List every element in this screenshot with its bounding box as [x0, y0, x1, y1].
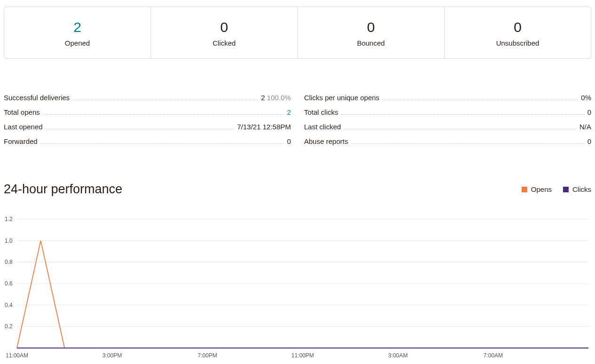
metric-dots	[351, 143, 585, 144]
metric-dots	[46, 129, 235, 129]
metric-row: Forwarded0	[4, 135, 291, 149]
stat-opened[interactable]: 2 Opened	[4, 7, 151, 58]
metrics-grid: Successful deliveries2 100.0%Total opens…	[4, 91, 591, 149]
metric-dots	[43, 114, 284, 115]
metric-dots	[341, 114, 585, 115]
metric-label: Successful deliveries	[4, 94, 70, 102]
legend-clicks-label: Clicks	[572, 185, 591, 193]
metric-row: Clicks per unique opens0%	[304, 91, 592, 105]
metric-row: Successful deliveries2 100.0%	[4, 91, 291, 105]
performance-header: 24-hour performance Opens Clicks	[4, 182, 591, 197]
metric-value: 0%	[581, 94, 591, 102]
clicks-swatch-icon	[563, 187, 569, 192]
svg-text:7:00AM: 7:00AM	[484, 352, 503, 359]
svg-text:3:00AM: 3:00AM	[388, 352, 407, 359]
metric-row: Last opened7/13/21 12:58PM	[4, 120, 291, 135]
metric-row: Last clickedN/A	[304, 120, 592, 135]
stat-clicked-label: Clicked	[156, 39, 293, 47]
svg-text:11:00AM: 11:00AM	[6, 352, 28, 359]
metric-label: Forwarded	[4, 137, 38, 145]
performance-section: 24-hour performance Opens Clicks 0.20.40…	[4, 182, 591, 361]
metric-row: Abuse reports0	[304, 135, 592, 149]
metric-label: Clicks per unique opens	[304, 94, 380, 102]
metric-dots	[72, 100, 258, 100]
svg-text:0.8: 0.8	[5, 259, 13, 265]
metric-value: 2 100.0%	[261, 94, 291, 102]
stat-clicked[interactable]: 0 Clicked	[151, 7, 298, 58]
metric-label: Total clicks	[304, 108, 339, 116]
stat-unsubscribed[interactable]: 0 Unsubscribed	[444, 7, 591, 58]
metric-label: Last clicked	[304, 123, 341, 131]
metrics-right: Clicks per unique opens0%Total clicks0La…	[304, 91, 592, 149]
metric-label: Abuse reports	[304, 137, 348, 145]
stat-bounced-value: 0	[302, 20, 439, 34]
svg-text:1.0: 1.0	[5, 237, 13, 244]
stat-unsubscribed-value: 0	[449, 20, 586, 34]
svg-text:0.4: 0.4	[5, 302, 13, 309]
opens-swatch-icon	[522, 187, 527, 192]
svg-text:3:00PM: 3:00PM	[103, 352, 122, 359]
metric-row: Total opens2	[4, 105, 291, 120]
performance-chart: 0.20.40.60.81.01.211:00AM3:00PM7:00PM11:…	[4, 215, 591, 361]
performance-title: 24-hour performance	[4, 182, 122, 197]
metric-label: Last opened	[4, 123, 43, 131]
metric-value: N/A	[579, 123, 591, 131]
summary-stats: 2 Opened 0 Clicked 0 Bounced 0 Unsubscri…	[4, 7, 591, 59]
metric-label: Total opens	[4, 108, 40, 116]
stat-opened-label: Opened	[9, 39, 146, 47]
metric-value[interactable]: 2	[287, 108, 291, 116]
stat-clicked-value: 0	[156, 20, 293, 34]
svg-text:11:00PM: 11:00PM	[291, 352, 314, 359]
legend-opens[interactable]: Opens	[522, 185, 552, 193]
svg-text:7:00PM: 7:00PM	[198, 352, 217, 359]
metric-dots	[344, 129, 577, 129]
svg-text:0.6: 0.6	[5, 280, 13, 287]
metric-value: 0	[587, 108, 591, 116]
legend-clicks[interactable]: Clicks	[563, 185, 591, 193]
stat-unsubscribed-label: Unsubscribed	[449, 39, 586, 47]
metric-value: 7/13/21 12:58PM	[237, 123, 291, 131]
stat-opened-value: 2	[9, 20, 146, 34]
stat-bounced-label: Bounced	[302, 39, 439, 47]
metric-dots	[382, 100, 579, 100]
metric-row: Total clicks0	[304, 105, 592, 120]
metric-value: 0	[587, 137, 591, 145]
stat-bounced[interactable]: 0 Bounced	[298, 7, 444, 58]
svg-text:0.2: 0.2	[5, 323, 13, 330]
chart-svg: 0.20.40.60.81.01.211:00AM3:00PM7:00PM11:…	[4, 215, 591, 361]
metric-value: 0	[287, 137, 291, 145]
chart-legend: Opens Clicks	[522, 185, 591, 193]
svg-text:1.2: 1.2	[5, 216, 13, 222]
legend-opens-label: Opens	[531, 185, 552, 193]
metrics-left: Successful deliveries2 100.0%Total opens…	[4, 91, 291, 149]
metric-dots	[40, 143, 284, 144]
